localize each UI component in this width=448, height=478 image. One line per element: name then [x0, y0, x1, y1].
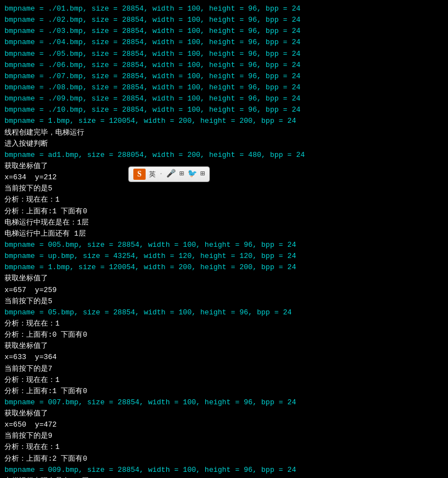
- terminal-line: bmpname = ./05.bmp, size = 28854, width …: [4, 49, 444, 60]
- terminal-line: bmpname = up.bmp, size = 43254, width = …: [4, 251, 444, 262]
- terminal-line: 电梯运行中现在是在：2层: [4, 476, 444, 478]
- terminal-line: 分析：上面有:1 下面有0: [4, 386, 444, 397]
- terminal-line: x=650 y=472: [4, 419, 444, 431]
- terminal-line: bmpname = ./03.bmp, size = 28854, width …: [4, 26, 444, 37]
- terminal-line: 当前按下的是5: [4, 183, 444, 194]
- ime-toolbar[interactable]: S 英 · 🎤 ⊞ 🐦 ⊞: [128, 166, 210, 182]
- ime-separator: ·: [159, 169, 163, 180]
- terminal-line: 当前按下的是9: [4, 431, 444, 442]
- terminal-line: bmpname = 007.bmp, size = 28854, width =…: [4, 397, 444, 408]
- terminal-line: x=633 y=364: [4, 352, 444, 363]
- terminal-line: bmpname = ./07.bmp, size = 28854, width …: [4, 71, 444, 82]
- terminal-line: bmpname = ./01.bmp, size = 28854, width …: [4, 3, 444, 15]
- terminal-line: x=657 y=259: [4, 285, 444, 296]
- terminal-line: bmpname = 1.bmp, size = 120054, width = …: [4, 116, 444, 127]
- terminal-line: 获取坐标值了: [4, 408, 444, 419]
- terminal-line: bmpname = ./02.bmp, size = 28854, width …: [4, 15, 444, 26]
- terminal-line: 分析：上面有:2 下面有0: [4, 453, 444, 465]
- ime-mode-label: 英: [149, 169, 156, 180]
- ime-grid-icon[interactable]: ⊞: [179, 168, 184, 180]
- terminal-line: bmpname = ad1.bmp, size = 288054, width …: [4, 150, 444, 161]
- terminal-line: bmpname = ./06.bmp, size = 28854, width …: [4, 60, 444, 71]
- terminal-line: 分析：上面有:1 下面有0: [4, 206, 444, 217]
- terminal-line: 分析：上面有:0 下面有0: [4, 329, 444, 341]
- terminal-line: 分析：现在在：1: [4, 318, 444, 329]
- terminal-line: bmpname = ./09.bmp, size = 28854, width …: [4, 93, 444, 104]
- terminal-line: 分析：现在在：1: [4, 194, 444, 205]
- terminal-line: 线程创建完毕，电梯运行: [4, 127, 444, 138]
- terminal-line: 进入按键判断: [4, 138, 444, 150]
- terminal-line: 分析：现在在：1: [4, 375, 444, 386]
- terminal-line: 分析：现在在：1: [4, 442, 444, 453]
- terminal-window: bmpname = ./01.bmp, size = 28854, width …: [0, 0, 448, 478]
- terminal-line: bmpname = 1.bmp, size = 120054, width = …: [4, 262, 444, 273]
- ime-tools-icon[interactable]: ⊞: [200, 168, 205, 180]
- terminal-line: bmpname = ./10.bmp, size = 28854, width …: [4, 104, 444, 116]
- terminal-line: x=634 y=212: [4, 172, 444, 183]
- ime-skin-icon[interactable]: 🐦: [187, 168, 197, 180]
- ime-microphone-icon[interactable]: 🎤: [166, 168, 176, 180]
- terminal-line: bmpname = 05.bmp, size = 28854, width = …: [4, 307, 444, 318]
- terminal-line: 当前按下的是5: [4, 296, 444, 307]
- terminal-line: 获取坐标值了: [4, 341, 444, 352]
- terminal-line: 电梯运行中上面还有 1层: [4, 228, 444, 240]
- terminal-line: bmpname = ./04.bmp, size = 28854, width …: [4, 37, 444, 48]
- terminal-line: 获取坐标值了: [4, 273, 444, 284]
- terminal-line: 当前按下的是7: [4, 364, 444, 375]
- terminal-output: bmpname = ./01.bmp, size = 28854, width …: [4, 3, 444, 478]
- terminal-line: 电梯运行中现在是在：1层: [4, 217, 444, 228]
- sogou-logo-icon: S: [133, 169, 146, 180]
- terminal-line: bmpname = 005.bmp, size = 28854, width =…: [4, 240, 444, 251]
- terminal-line: bmpname = ./08.bmp, size = 28854, width …: [4, 82, 444, 93]
- terminal-line: bmpname = 009.bmp, size = 28854, width =…: [4, 465, 444, 476]
- terminal-line: 获取坐标值了: [4, 161, 444, 172]
